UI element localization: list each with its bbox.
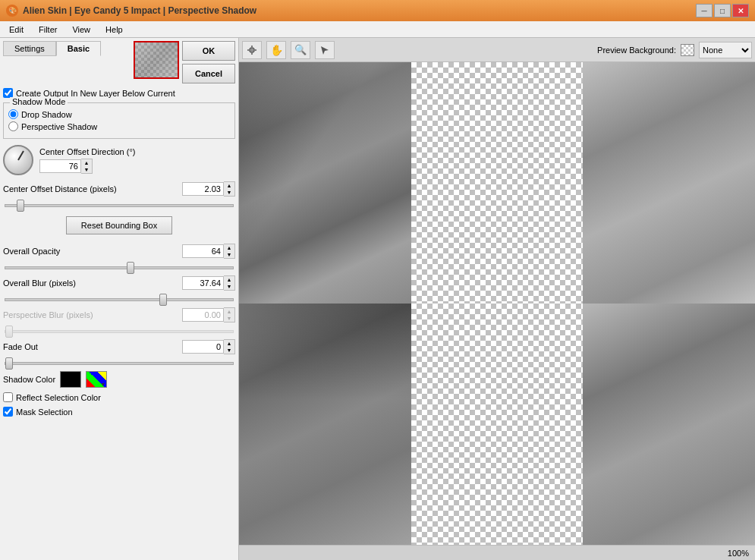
app-icon: 🎨 [6,5,18,17]
overall-opacity-row: Overall Opacity ▲ ▼ [3,244,235,259]
fade-out-input[interactable] [182,340,224,354]
direction-spin-up[interactable]: ▲ [81,159,92,166]
preview-bg-label: Preview Background: [597,46,676,55]
opacity-spin-down[interactable]: ▼ [224,251,234,258]
fade-out-slider[interactable] [5,362,234,365]
fade-out-label: Fade Out [3,342,182,351]
mask-selection-checkbox[interactable] [3,407,13,417]
center-offset-distance-slider[interactable] [5,204,234,207]
checker-bg-top-middle [411,62,584,304]
zoom-tool-button[interactable]: 🔍 [291,41,310,59]
center-offset-direction-container: Center Offset Direction (°) ▲ ▼ [3,145,235,175]
reflect-selection-color-row: Reflect Selection Color [3,392,235,402]
menu-bar: Edit Filter View Help [0,21,755,38]
preview-cell-bottom-middle [411,304,584,545]
arrow-icon [319,45,330,55]
zoom-level: 100% [728,549,749,558]
menu-filter[interactable]: Filter [33,24,63,36]
direction-value-input[interactable] [39,159,81,173]
arrow-tool-button[interactable] [315,41,335,59]
preview-thumbnail [134,41,179,79]
direction-knob[interactable] [3,145,33,175]
offset-distance-spin-down[interactable]: ▼ [224,189,234,196]
preview-cell-top-left [239,62,411,304]
shadow-color-row: Shadow Color [3,371,235,388]
perspective-blur-spin-up: ▲ [224,308,234,315]
overall-opacity-label: Overall Opacity [3,247,182,256]
perspective-shadow-radio[interactable] [8,121,18,131]
preview-cell-bottom-right [583,304,755,545]
overall-opacity-slider[interactable] [5,266,234,269]
menu-help[interactable]: Help [99,24,129,36]
cancel-button[interactable]: Cancel [182,64,235,83]
preview-bg-checker [681,44,694,56]
fade-out-container: Fade Out ▲ ▼ [3,339,235,371]
perspective-blur-row: Perspective Blur (pixels) ▲ ▼ [3,307,235,322]
center-offset-distance-label: Center Offset Distance (pixels) [3,184,182,193]
preview-background-select[interactable]: None White Black Custom... [699,42,752,58]
fade-out-spin-down[interactable]: ▼ [224,347,234,354]
mask-selection-row: Mask Selection [3,407,235,417]
drop-shadow-row: Drop Shadow [8,109,230,119]
create-output-label: Create Output In New Layer Below Current [16,89,175,98]
center-offset-direction-label: Center Offset Direction (°) [39,147,135,156]
preview-canvas [239,62,755,545]
title-bar: 🎨 Alien Skin | Eye Candy 5 Impact | Pers… [0,0,755,21]
shadow-color-label: Shadow Color [3,375,55,384]
overall-opacity-input[interactable] [182,244,224,258]
ok-button[interactable]: OK [182,41,235,61]
drop-shadow-label: Drop Shadow [21,110,72,119]
overall-blur-label: Overall Blur (pixels) [3,278,182,288]
drop-shadow-radio[interactable] [8,109,18,119]
center-offset-distance-container: Center Offset Distance (pixels) ▲ ▼ [3,181,235,213]
left-panel: Settings Basic OK Cancel Create Output I… [0,38,239,560]
reflect-selection-color-label: Reflect Selection Color [16,393,101,402]
preview-image-br [583,304,755,545]
perspective-blur-spin-down: ▼ [224,315,234,322]
shadow-overlay-tl [239,62,411,304]
hand-icon: ✋ [270,44,283,56]
menu-edit[interactable]: Edit [3,24,30,36]
reset-bounding-box-button[interactable]: Reset Bounding Box [66,216,172,234]
preview-toolbar: ✋ 🔍 Preview Background: None White Black… [239,38,755,62]
reflect-selection-color-checkbox[interactable] [3,392,13,402]
center-offset-distance-input[interactable] [182,182,224,196]
perspective-blur-input [182,308,224,322]
perspective-shadow-row: Perspective Shadow [8,121,230,131]
zoom-icon: 🔍 [294,44,307,55]
tab-basic[interactable]: Basic [56,41,101,56]
fade-out-spin-up[interactable]: ▲ [224,340,234,347]
overall-blur-row: Overall Blur (pixels) ▲ ▼ [3,275,235,291]
perspective-blur-label: Perspective Blur (pixels) [3,310,182,319]
preview-cell-top-right [583,62,755,304]
minimize-button[interactable]: ─ [696,4,713,17]
overall-blur-spin-up[interactable]: ▲ [224,276,234,283]
center-offset-distance-row: Center Offset Distance (pixels) ▲ ▼ [3,181,235,197]
window-controls: ─ □ ✕ [696,4,749,17]
opacity-spin-up[interactable]: ▲ [224,244,234,251]
preview-image-tr [583,62,755,304]
perspective-blur-slider [5,330,234,333]
status-bar: 100% [239,545,755,560]
checker-bg-bottom-middle [411,304,584,545]
pan-icon [247,45,257,55]
shadow-mode-group: Shadow Mode Drop Shadow Perspective Shad… [3,102,235,139]
overall-blur-slider[interactable] [5,298,234,301]
overall-blur-spin-down[interactable]: ▼ [224,283,234,290]
close-button[interactable]: ✕ [732,4,749,17]
overall-blur-container: Overall Blur (pixels) ▲ ▼ [3,275,235,307]
overall-opacity-container: Overall Opacity ▲ ▼ [3,244,235,275]
perspective-shadow-label: Perspective Shadow [21,122,97,131]
tab-settings[interactable]: Settings [3,41,56,56]
pan-tool-button[interactable] [242,41,262,59]
overall-blur-input[interactable] [182,276,224,290]
offset-distance-spin-up[interactable]: ▲ [224,182,234,189]
shadow-color-swatch[interactable] [60,371,81,388]
direction-spin-down[interactable]: ▼ [81,166,92,173]
mask-selection-label: Mask Selection [16,407,73,417]
palette-button[interactable] [86,371,107,388]
svg-point-0 [250,49,253,52]
menu-view[interactable]: View [66,24,96,36]
hand-tool-button[interactable]: ✋ [266,41,286,59]
maximize-button[interactable]: □ [714,4,731,17]
